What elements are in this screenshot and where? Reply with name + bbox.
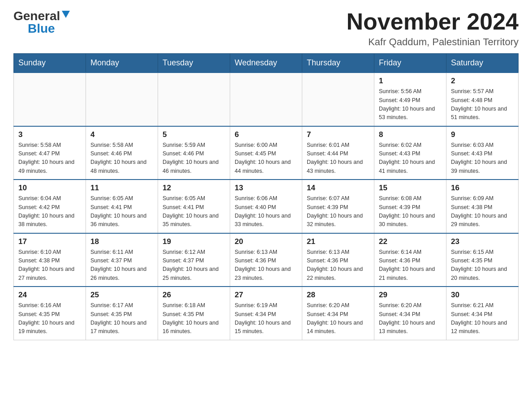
calendar-cell: [86, 73, 158, 126]
day-info: Sunrise: 6:21 AM Sunset: 4:34 PM Dayligh…: [451, 301, 514, 336]
calendar-cell: 21Sunrise: 6:13 AM Sunset: 4:36 PM Dayli…: [302, 233, 374, 287]
day-number: 28: [307, 291, 369, 300]
day-info: Sunrise: 6:08 AM Sunset: 4:39 PM Dayligh…: [379, 194, 442, 229]
col-thursday: Thursday: [302, 54, 374, 73]
day-info: Sunrise: 6:18 AM Sunset: 4:35 PM Dayligh…: [163, 301, 225, 336]
calendar-cell: [302, 73, 374, 126]
day-number: 20: [235, 237, 297, 246]
day-info: Sunrise: 6:17 AM Sunset: 4:35 PM Dayligh…: [90, 301, 153, 336]
calendar-cell: 19Sunrise: 6:12 AM Sunset: 4:37 PM Dayli…: [158, 233, 230, 287]
calendar-cell: 27Sunrise: 6:19 AM Sunset: 4:34 PM Dayli…: [230, 287, 302, 340]
calendar-cell: 5Sunrise: 5:59 AM Sunset: 4:46 PM Daylig…: [158, 126, 230, 180]
header-row: Sunday Monday Tuesday Wednesday Thursday…: [14, 54, 519, 73]
day-info: Sunrise: 6:03 AM Sunset: 4:43 PM Dayligh…: [451, 141, 514, 176]
location-title: Kafr Qaddum, Palestinian Territory: [347, 36, 519, 48]
calendar-cell: 20Sunrise: 6:13 AM Sunset: 4:36 PM Dayli…: [230, 233, 302, 287]
day-info: Sunrise: 6:06 AM Sunset: 4:40 PM Dayligh…: [235, 194, 297, 229]
calendar-cell: [14, 73, 86, 126]
day-number: 23: [451, 237, 514, 246]
calendar-cell: 16Sunrise: 6:09 AM Sunset: 4:38 PM Dayli…: [446, 180, 519, 233]
day-info: Sunrise: 6:07 AM Sunset: 4:39 PM Dayligh…: [307, 194, 369, 229]
calendar-week-4: 17Sunrise: 6:10 AM Sunset: 4:38 PM Dayli…: [14, 233, 519, 287]
calendar-cell: 15Sunrise: 6:08 AM Sunset: 4:39 PM Dayli…: [374, 180, 446, 233]
day-number: 22: [379, 237, 442, 246]
day-info: Sunrise: 6:05 AM Sunset: 4:41 PM Dayligh…: [163, 194, 225, 229]
day-info: Sunrise: 6:04 AM Sunset: 4:42 PM Dayligh…: [18, 194, 81, 229]
calendar-cell: 23Sunrise: 6:15 AM Sunset: 4:35 PM Dayli…: [446, 233, 519, 287]
day-info: Sunrise: 5:58 AM Sunset: 4:46 PM Dayligh…: [90, 141, 153, 176]
calendar-cell: 28Sunrise: 6:20 AM Sunset: 4:34 PM Dayli…: [302, 287, 374, 340]
calendar-cell: 17Sunrise: 6:10 AM Sunset: 4:38 PM Dayli…: [14, 233, 86, 287]
calendar-cell: 8Sunrise: 6:02 AM Sunset: 4:43 PM Daylig…: [374, 126, 446, 180]
calendar-cell: 3Sunrise: 5:58 AM Sunset: 4:47 PM Daylig…: [14, 126, 86, 180]
day-info: Sunrise: 6:16 AM Sunset: 4:35 PM Dayligh…: [18, 301, 81, 336]
page-header: General Blue November 2024 Kafr Qaddum, …: [13, 9, 519, 48]
col-tuesday: Tuesday: [158, 54, 230, 73]
calendar-cell: [158, 73, 230, 126]
day-number: 15: [379, 184, 442, 193]
day-info: Sunrise: 6:12 AM Sunset: 4:37 PM Dayligh…: [163, 248, 225, 283]
calendar-week-2: 3Sunrise: 5:58 AM Sunset: 4:47 PM Daylig…: [14, 126, 519, 180]
day-info: Sunrise: 6:00 AM Sunset: 4:45 PM Dayligh…: [235, 141, 297, 176]
day-info: Sunrise: 6:11 AM Sunset: 4:37 PM Dayligh…: [90, 248, 153, 283]
calendar-cell: 12Sunrise: 6:05 AM Sunset: 4:41 PM Dayli…: [158, 180, 230, 233]
calendar-table: Sunday Monday Tuesday Wednesday Thursday…: [13, 53, 519, 340]
day-number: 25: [90, 291, 153, 300]
col-sunday: Sunday: [14, 54, 86, 73]
day-number: 2: [451, 77, 514, 86]
logo: General Blue: [13, 9, 70, 36]
day-number: 12: [163, 184, 225, 193]
calendar-cell: 26Sunrise: 6:18 AM Sunset: 4:35 PM Dayli…: [158, 287, 230, 340]
day-number: 27: [235, 291, 297, 300]
calendar-cell: 11Sunrise: 6:05 AM Sunset: 4:41 PM Dayli…: [86, 180, 158, 233]
col-friday: Friday: [374, 54, 446, 73]
calendar-cell: 2Sunrise: 5:57 AM Sunset: 4:48 PM Daylig…: [446, 73, 519, 126]
calendar-cell: 6Sunrise: 6:00 AM Sunset: 4:45 PM Daylig…: [230, 126, 302, 180]
day-info: Sunrise: 6:20 AM Sunset: 4:34 PM Dayligh…: [379, 301, 442, 336]
calendar-cell: 22Sunrise: 6:14 AM Sunset: 4:36 PM Dayli…: [374, 233, 446, 287]
calendar-cell: 29Sunrise: 6:20 AM Sunset: 4:34 PM Dayli…: [374, 287, 446, 340]
col-monday: Monday: [86, 54, 158, 73]
calendar-header: Sunday Monday Tuesday Wednesday Thursday…: [14, 54, 519, 73]
calendar-cell: 13Sunrise: 6:06 AM Sunset: 4:40 PM Dayli…: [230, 180, 302, 233]
day-info: Sunrise: 6:13 AM Sunset: 4:36 PM Dayligh…: [235, 248, 297, 283]
title-section: November 2024 Kafr Qaddum, Palestinian T…: [347, 9, 519, 48]
calendar-cell: 25Sunrise: 6:17 AM Sunset: 4:35 PM Dayli…: [86, 287, 158, 340]
day-info: Sunrise: 5:58 AM Sunset: 4:47 PM Dayligh…: [18, 141, 81, 176]
day-number: 7: [307, 130, 369, 139]
day-info: Sunrise: 6:14 AM Sunset: 4:36 PM Dayligh…: [379, 248, 442, 283]
day-number: 18: [90, 237, 153, 246]
day-number: 24: [18, 291, 81, 300]
calendar-week-1: 1Sunrise: 5:56 AM Sunset: 4:49 PM Daylig…: [14, 73, 519, 126]
day-number: 29: [379, 291, 442, 300]
day-number: 4: [90, 130, 153, 139]
calendar-cell: 7Sunrise: 6:01 AM Sunset: 4:44 PM Daylig…: [302, 126, 374, 180]
day-info: Sunrise: 6:09 AM Sunset: 4:38 PM Dayligh…: [451, 194, 514, 229]
day-number: 26: [163, 291, 225, 300]
calendar-cell: 1Sunrise: 5:56 AM Sunset: 4:49 PM Daylig…: [374, 73, 446, 126]
calendar-cell: 10Sunrise: 6:04 AM Sunset: 4:42 PM Dayli…: [14, 180, 86, 233]
day-info: Sunrise: 6:13 AM Sunset: 4:36 PM Dayligh…: [307, 248, 369, 283]
logo-blue-text: Blue: [28, 21, 55, 36]
day-info: Sunrise: 6:10 AM Sunset: 4:38 PM Dayligh…: [18, 248, 81, 283]
day-number: 19: [163, 237, 225, 246]
col-saturday: Saturday: [446, 54, 519, 73]
day-number: 5: [163, 130, 225, 139]
day-info: Sunrise: 6:05 AM Sunset: 4:41 PM Dayligh…: [90, 194, 153, 229]
calendar-cell: 4Sunrise: 5:58 AM Sunset: 4:46 PM Daylig…: [86, 126, 158, 180]
day-info: Sunrise: 6:01 AM Sunset: 4:44 PM Dayligh…: [307, 141, 369, 176]
day-info: Sunrise: 6:02 AM Sunset: 4:43 PM Dayligh…: [379, 141, 442, 176]
day-info: Sunrise: 6:19 AM Sunset: 4:34 PM Dayligh…: [235, 301, 297, 336]
svg-marker-0: [62, 11, 70, 18]
calendar-cell: 14Sunrise: 6:07 AM Sunset: 4:39 PM Dayli…: [302, 180, 374, 233]
day-number: 17: [18, 237, 81, 246]
calendar-cell: 9Sunrise: 6:03 AM Sunset: 4:43 PM Daylig…: [446, 126, 519, 180]
day-number: 6: [235, 130, 297, 139]
day-number: 13: [235, 184, 297, 193]
day-number: 8: [379, 130, 442, 139]
calendar-cell: 30Sunrise: 6:21 AM Sunset: 4:34 PM Dayli…: [446, 287, 519, 340]
col-wednesday: Wednesday: [230, 54, 302, 73]
calendar-week-3: 10Sunrise: 6:04 AM Sunset: 4:42 PM Dayli…: [14, 180, 519, 233]
calendar-body: 1Sunrise: 5:56 AM Sunset: 4:49 PM Daylig…: [14, 73, 519, 340]
day-info: Sunrise: 5:56 AM Sunset: 4:49 PM Dayligh…: [379, 87, 442, 122]
